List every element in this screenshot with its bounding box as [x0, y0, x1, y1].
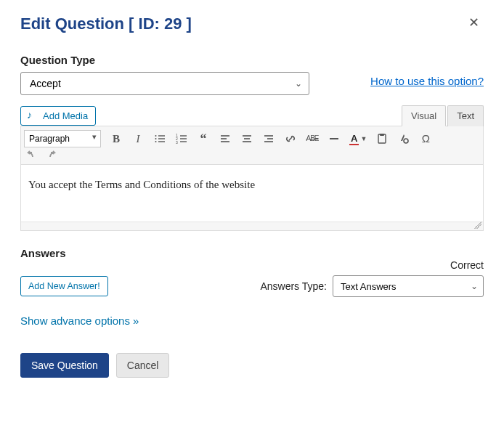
- header-row: Edit Question [ ID: 29 ] ✕: [20, 15, 484, 54]
- show-advanced-options-link[interactable]: Show advance options »: [20, 315, 484, 327]
- align-center-icon[interactable]: [240, 132, 253, 145]
- question-type-select-wrap: ⌄: [20, 72, 309, 95]
- add-media-button[interactable]: Add Media: [20, 106, 96, 126]
- correct-label: Correct: [20, 259, 484, 271]
- horizontal-rule-icon[interactable]: [328, 132, 341, 145]
- answers-row: Add New Answer! Answers Type: ⌄: [20, 275, 484, 297]
- italic-icon[interactable]: I: [131, 132, 145, 145]
- media-icon: [28, 111, 38, 121]
- rich-text-editor: B I 1 2 3 “: [20, 126, 484, 231]
- editor-toolbar: B I 1 2 3 “: [21, 126, 483, 165]
- redo-icon[interactable]: [46, 149, 59, 162]
- answers-type-group: Answers Type: ⌄: [260, 275, 484, 297]
- align-left-icon[interactable]: [219, 132, 232, 145]
- blockquote-icon[interactable]: “: [197, 132, 210, 145]
- answers-heading: Answers: [20, 247, 484, 259]
- svg-rect-23: [380, 134, 384, 136]
- answers-type-select-wrap: ⌄: [333, 275, 484, 297]
- modal-title: Edit Question [ ID: 29 ]: [20, 15, 192, 33]
- add-answer-button[interactable]: Add New Answer!: [20, 276, 108, 296]
- answers-type-select[interactable]: [333, 275, 484, 297]
- question-type-row: ⌄ How to use this option?: [20, 72, 484, 95]
- svg-point-2: [155, 138, 157, 139]
- toolbar-row-1: B I 1 2 3 “: [24, 130, 480, 147]
- chevron-down-icon: ▼: [360, 135, 367, 142]
- editor-resize-handle[interactable]: [21, 222, 483, 230]
- editor-header: Add Media Visual Text: [20, 105, 484, 126]
- cancel-button[interactable]: Cancel: [116, 353, 170, 378]
- svg-point-0: [155, 135, 157, 137]
- strikethrough-icon[interactable]: ABE: [306, 132, 319, 145]
- close-icon[interactable]: ✕: [464, 15, 484, 31]
- editor-content[interactable]: You accept the Terms and Conditions of t…: [21, 165, 483, 222]
- answers-type-label: Answers Type:: [260, 280, 327, 292]
- svg-text:3: 3: [176, 140, 178, 145]
- format-select[interactable]: [24, 130, 101, 147]
- clear-formatting-icon[interactable]: [397, 132, 410, 145]
- format-select-wrap: [24, 130, 101, 147]
- align-right-icon[interactable]: [262, 132, 275, 145]
- editor-tabs: Visual Text: [402, 105, 484, 126]
- svg-point-4: [155, 141, 157, 142]
- edit-question-modal: Edit Question [ ID: 29 ] ✕ Question Type…: [0, 0, 504, 399]
- special-char-icon[interactable]: Ω: [419, 132, 432, 145]
- save-button[interactable]: Save Question: [20, 353, 109, 378]
- paste-icon[interactable]: [375, 132, 389, 145]
- question-type-select[interactable]: [20, 72, 309, 95]
- text-color-button[interactable]: A ▼: [349, 133, 367, 145]
- action-buttons: Save Question Cancel: [20, 353, 484, 378]
- tab-visual[interactable]: Visual: [402, 105, 446, 126]
- numbered-list-icon[interactable]: 1 2 3: [175, 132, 188, 145]
- toolbar-row-2: [24, 149, 480, 162]
- undo-icon[interactable]: [24, 149, 37, 162]
- link-icon[interactable]: [284, 132, 297, 145]
- bullet-list-icon[interactable]: [153, 132, 166, 145]
- how-to-use-link[interactable]: How to use this option?: [370, 75, 484, 87]
- text-color-icon: A: [349, 133, 359, 145]
- add-media-label: Add Media: [43, 110, 88, 121]
- bold-icon[interactable]: B: [110, 132, 123, 145]
- question-type-label: Question Type: [20, 54, 484, 66]
- tab-text[interactable]: Text: [447, 105, 484, 126]
